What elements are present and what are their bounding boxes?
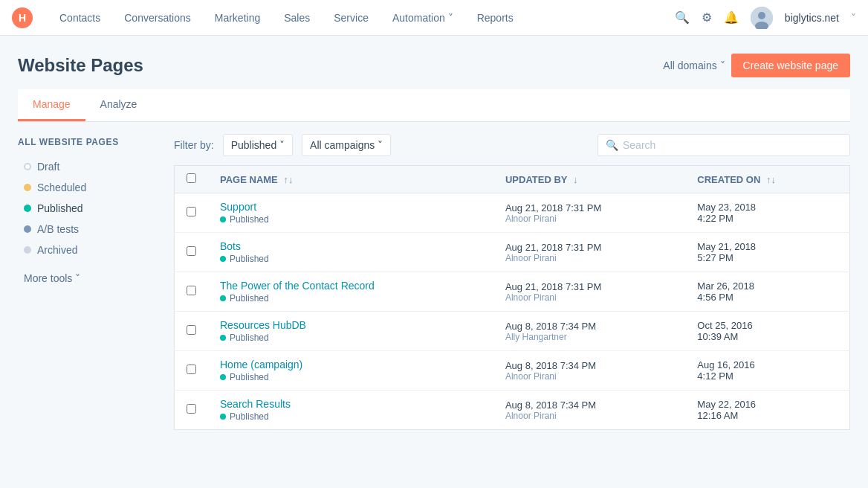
nav-contacts[interactable]: Contacts [56,12,103,24]
page-name-link[interactable]: Search Results [220,398,482,410]
settings-icon[interactable]: ⚙ [702,10,712,25]
search-box[interactable]: 🔍 [597,134,850,156]
updated-date: Aug 21, 2018 7:31 PM [505,242,673,253]
avatar[interactable] [751,7,773,29]
status-label: Published [230,293,269,304]
row-checkbox-cell [175,193,209,233]
row-page-name-cell: Search Results Published [208,391,493,430]
row-checkbox-cell [175,233,209,272]
tab-manage[interactable]: Manage [18,89,85,121]
created-info: May 22, 2016 12:16 AM [697,399,838,421]
sidebar-item-scheduled[interactable]: Scheduled [18,177,162,198]
created-date: Aug 16, 2016 [697,359,838,370]
page-name-link[interactable]: Resources HubDB [220,319,482,331]
search-icon[interactable]: 🔍 [675,10,690,25]
created-time: 4:22 PM [697,213,838,224]
sidebar-item-label-archived: Archived [37,244,77,256]
draft-dot [24,163,31,170]
sidebar-item-label-draft: Draft [37,161,59,173]
page-name-link[interactable]: The Power of the Contact Record [220,280,482,292]
created-time: 12:16 AM [697,410,838,421]
page-name-link[interactable]: Support [220,201,482,213]
status-dot [220,335,226,341]
more-tools-dropdown[interactable]: More tools ˅ [18,266,162,290]
campaign-filter-dropdown[interactable]: All campaigns ˅ [302,134,391,156]
filter-bar: Filter by: Published ˅ All campaigns ˅ 🔍 [174,134,850,156]
domains-dropdown[interactable]: All domains ˅ [663,60,725,71]
sort-icon-page-name: ↑↓ [283,174,293,185]
row-checkbox[interactable] [187,246,196,256]
page-name-link[interactable]: Home (campaign) [220,359,482,370]
row-page-name-cell: Home (campaign) Published [208,351,493,391]
select-all-header [175,166,209,193]
nav-marketing[interactable]: Marketing [212,12,263,24]
updated-by: Alnoor Pirani [505,253,673,263]
search-input[interactable] [623,139,842,151]
user-menu[interactable]: biglytics.net [785,12,839,24]
nav-service[interactable]: Service [331,12,372,24]
updated-info: Aug 8, 2018 7:34 PM Alnoor Pirani [505,360,673,382]
sidebar-header: All website pages [18,134,162,150]
status-label: Published [230,411,269,422]
row-checkbox[interactable] [187,325,196,335]
row-created-on-cell: Mar 26, 2018 4:56 PM [685,272,849,312]
nav-automation[interactable]: Automation ˅ [389,12,456,24]
status-filter-dropdown[interactable]: Published ˅ [223,134,293,156]
sidebar-item-ab-tests[interactable]: A/B tests [18,219,162,240]
status-label: Published [230,333,269,343]
updated-info: Aug 21, 2018 7:31 PM Alnoor Pirani [505,242,673,263]
row-checkbox-cell [175,391,209,430]
filter-by-label: Filter by: [174,139,214,151]
sidebar-item-published[interactable]: Published [18,198,162,219]
scheduled-dot [24,184,31,191]
row-created-on-cell: Oct 25, 2016 10:39 AM [685,312,849,351]
published-dot [24,205,31,212]
sidebar-item-archived[interactable]: Archived [18,240,162,260]
row-created-on-cell: May 23, 2018 4:22 PM [685,193,849,233]
pages-table: PAGE NAME ↑↓ UPDATED BY ↓ CREATED ON ↑↓ [174,165,850,430]
row-updated-by-cell: Aug 21, 2018 7:31 PM Alnoor Pirani [493,233,685,272]
search-icon: 🔍 [606,139,618,151]
hubspot-logo[interactable]: H [12,7,33,28]
page-header: Website Pages All domains ˅ Create websi… [18,54,850,77]
nav-conversations[interactable]: Conversations [121,12,194,24]
nav-reports[interactable]: Reports [474,12,516,24]
column-header-page-name[interactable]: PAGE NAME ↑↓ [208,166,493,193]
row-checkbox[interactable] [187,404,196,414]
page-name-link[interactable]: Bots [220,240,482,252]
updated-by: Ally Hangartner [505,332,673,342]
row-checkbox[interactable] [187,207,196,216]
nav-sales[interactable]: Sales [281,12,313,24]
column-header-updated-by[interactable]: UPDATED BY ↓ [493,166,685,193]
row-page-name-cell: Resources HubDB Published [208,312,493,351]
create-website-page-button[interactable]: Create website page [731,54,850,77]
sidebar-item-draft[interactable]: Draft [18,156,162,177]
created-info: Aug 16, 2016 4:12 PM [697,359,838,382]
sidebar-item-label-ab-tests: A/B tests [37,223,79,235]
row-created-on-cell: May 21, 2018 5:27 PM [685,233,849,272]
column-header-created-on[interactable]: CREATED ON ↑↓ [685,166,849,193]
row-updated-by-cell: Aug 8, 2018 7:34 PM Alnoor Pirani [493,391,685,430]
status-dot [220,295,226,301]
updated-by: Alnoor Pirani [505,411,673,421]
user-menu-chevron[interactable]: ˅ [851,12,856,24]
table-row: Bots Published Aug 21, 2018 7:31 PM Alno… [175,233,850,272]
created-time: 10:39 AM [697,331,838,342]
created-time: 4:12 PM [697,370,838,382]
notifications-icon[interactable]: 🔔 [724,10,739,25]
row-created-on-cell: May 22, 2016 12:16 AM [685,391,849,430]
more-tools-label: More tools ˅ [24,272,80,284]
row-checkbox[interactable] [187,365,196,374]
row-page-name-cell: Support Published [208,193,493,233]
row-checkbox-cell [175,351,209,391]
tab-analyze[interactable]: Analyze [85,89,152,121]
table-row: Support Published Aug 21, 2018 7:31 PM A… [175,193,850,233]
created-info: May 23, 2018 4:22 PM [697,202,838,224]
updated-by: Alnoor Pirani [505,292,673,303]
status-badge: Published [220,293,269,304]
row-checkbox[interactable] [187,286,196,295]
row-updated-by-cell: Aug 21, 2018 7:31 PM Alnoor Pirani [493,193,685,233]
updated-date: Aug 8, 2018 7:34 PM [505,360,673,371]
status-dot [220,374,226,380]
select-all-checkbox[interactable] [187,173,196,183]
